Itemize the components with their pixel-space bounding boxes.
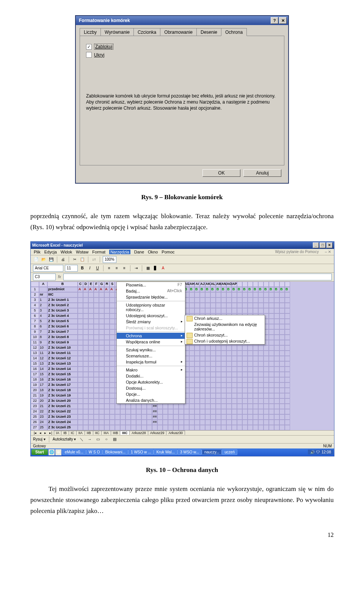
column-header[interactable]: AN xyxy=(221,282,226,287)
sheet-tab[interactable]: IIIC xyxy=(120,431,130,435)
ukryj-checkbox[interactable] xyxy=(86,52,92,58)
sheet-tab[interactable]: IIC xyxy=(93,431,102,435)
print-icon[interactable]: 🖨 xyxy=(60,256,66,263)
column-header[interactable]: AO xyxy=(226,282,232,287)
menu-item[interactable]: Szukaj wyniku... xyxy=(117,347,185,353)
autoshapes-menu[interactable]: Autokształty ▾ xyxy=(53,437,76,441)
align-left-icon[interactable]: ≡ xyxy=(106,265,112,271)
column-header[interactable]: AJ xyxy=(200,282,205,287)
menu-item[interactable]: Śledź zmiany xyxy=(117,319,185,325)
sheet-tab[interactable]: Arkusz29 xyxy=(148,431,167,435)
menu-item[interactable]: Analiza danych... xyxy=(117,397,185,403)
menu-item[interactable]: Opcje Autokorekty... xyxy=(117,379,185,385)
column-header[interactable]: D xyxy=(83,282,88,287)
taskbar-item[interactable]: uczeń xyxy=(222,449,237,455)
font-name-combo[interactable]: Arial CE xyxy=(33,265,63,272)
sheet-tab[interactable]: IIIB xyxy=(111,431,121,435)
save-icon[interactable]: 💾 xyxy=(48,256,54,263)
menu-item[interactable]: Ochrona xyxy=(117,333,185,339)
taskbar-item[interactable]: 3 WSO w... xyxy=(177,449,202,455)
doc-close-button[interactable]: – ✕ xyxy=(325,250,331,254)
column-header[interactable]: AK xyxy=(205,282,210,287)
sheet-tab[interactable]: IIB xyxy=(85,431,93,435)
menu-wstaw[interactable]: Wstaw xyxy=(76,250,88,254)
column-header[interactable]: B xyxy=(47,282,78,287)
sheet-tab[interactable]: Arkusz28 xyxy=(129,431,148,435)
submenu-item[interactable]: Zezwalaj użytkownikom na edycję zakresów… xyxy=(185,321,265,332)
menu-item[interactable]: Udostępniony obszar roboczy... xyxy=(117,302,185,313)
menu-edycja[interactable]: Edycja xyxy=(44,250,57,254)
taskbar-item[interactable]: 1 WSO w ... xyxy=(128,449,154,455)
sheet-tab[interactable]: IB xyxy=(61,431,69,435)
underline-button[interactable]: U xyxy=(94,265,100,271)
tab-desenie[interactable]: Desenie xyxy=(196,28,221,36)
sheet-tab[interactable]: IC xyxy=(69,431,77,435)
column-header[interactable]: AI xyxy=(195,282,200,287)
sheet-nav-prev[interactable]: ◂ xyxy=(38,431,43,435)
bold-button[interactable]: B xyxy=(79,265,85,271)
menu-okno[interactable]: Okno xyxy=(148,250,158,254)
draw-menu[interactable]: Rysuj ▾ xyxy=(33,437,46,441)
menu-widok[interactable]: Widok xyxy=(61,250,72,254)
sheet-nav-first[interactable]: |◂ xyxy=(32,431,38,435)
column-header[interactable]: C xyxy=(78,282,83,287)
quicklaunch-desktop-icon[interactable]: 🖥 xyxy=(55,449,61,455)
sheet-tab[interactable]: IA xyxy=(54,431,62,435)
taskbar-item[interactable]: nauczy... xyxy=(202,449,222,455)
rect-icon[interactable]: ▭ xyxy=(95,436,101,442)
menu-item[interactable]: Dodatki... xyxy=(117,373,185,379)
sheet-tab[interactable]: IIA xyxy=(76,431,85,435)
font-size-combo[interactable]: 11 xyxy=(65,265,78,272)
column-header[interactable]: G xyxy=(99,282,104,287)
taskbar-item[interactable]: W S O xyxy=(86,449,102,455)
arrow-icon[interactable]: → xyxy=(87,436,93,442)
taskbar-item[interactable]: eMule v0... xyxy=(62,449,86,455)
fill-color-icon[interactable]: ▊ xyxy=(152,265,158,271)
minimize-button[interactable]: _ xyxy=(313,242,319,248)
help-search-prompt[interactable]: Wpisz pytanie do Pomocy xyxy=(275,250,319,254)
indent-icon[interactable]: ⇥ xyxy=(133,265,139,271)
textbox-icon[interactable]: ▤ xyxy=(112,436,118,442)
column-header[interactable]: R xyxy=(104,282,110,287)
ok-button[interactable]: OK xyxy=(202,169,240,177)
new-icon[interactable]: 📄 xyxy=(33,256,39,263)
help-button[interactable]: ? xyxy=(271,17,278,24)
taskbar-item[interactable]: Blokowani... xyxy=(102,449,128,455)
tab-ochrona[interactable]: Ochrona xyxy=(221,28,247,36)
column-header[interactable]: S xyxy=(110,282,115,287)
submenu-item[interactable]: Chroń arkusz... xyxy=(185,315,265,321)
submenu-item[interactable]: Chroń i udostępnij skoroszyt... xyxy=(185,338,265,344)
column-header[interactable]: E xyxy=(88,282,94,287)
sort-asc-icon[interactable]: ↓↑ xyxy=(91,256,97,263)
menu-item[interactable]: Pisownia...F7 xyxy=(117,282,185,288)
zablokuj-checkbox[interactable] xyxy=(86,44,92,50)
open-icon[interactable]: 📂 xyxy=(41,256,47,263)
sheet-tab[interactable]: IIIA xyxy=(101,431,111,435)
zoom-combo[interactable]: 100% xyxy=(103,256,116,263)
menu-narzedzia[interactable]: Narzędzia xyxy=(109,250,130,254)
tab-wyrownanie[interactable]: Wyrównanie xyxy=(100,28,134,36)
tray-shield-icon[interactable]: 🛡 xyxy=(316,450,320,454)
taskbar-item[interactable]: Kruk Wal... xyxy=(154,449,177,455)
window-close-button[interactable]: ✕ xyxy=(326,242,333,248)
menu-item[interactable]: Sprawdzanie błędów... xyxy=(117,294,185,300)
menu-item[interactable]: Opcje... xyxy=(117,391,185,397)
menu-dane[interactable]: Dane xyxy=(134,250,144,254)
column-header[interactable]: AL xyxy=(210,282,216,287)
sheet-tab[interactable]: Arkusz30 xyxy=(166,431,185,435)
menu-item[interactable]: Współpraca online xyxy=(117,339,185,345)
sheet-nav-next[interactable]: ▸ xyxy=(43,431,48,435)
menu-item[interactable]: Badaj...Alt+Click xyxy=(117,288,185,294)
column-header[interactable]: AM xyxy=(216,282,221,287)
menu-item[interactable]: Inspekcja formuł xyxy=(117,359,185,365)
menu-plik[interactable]: Plik xyxy=(34,250,41,254)
copy-icon[interactable]: 📋 xyxy=(79,256,85,263)
align-right-icon[interactable]: ≡ xyxy=(121,265,127,271)
menu-item[interactable]: Udostępnij skoroszyt... xyxy=(117,313,185,319)
tab-obramowanie[interactable]: Obramowanie xyxy=(160,28,197,36)
align-center-icon[interactable]: ≡ xyxy=(114,265,120,271)
column-header[interactable]: F xyxy=(94,282,99,287)
menu-item[interactable]: Porównaj i scal skoroszyty... xyxy=(117,325,185,331)
maximize-button[interactable]: □ xyxy=(320,242,326,248)
submenu-item[interactable]: Chroń skoroszyt... xyxy=(185,332,265,338)
